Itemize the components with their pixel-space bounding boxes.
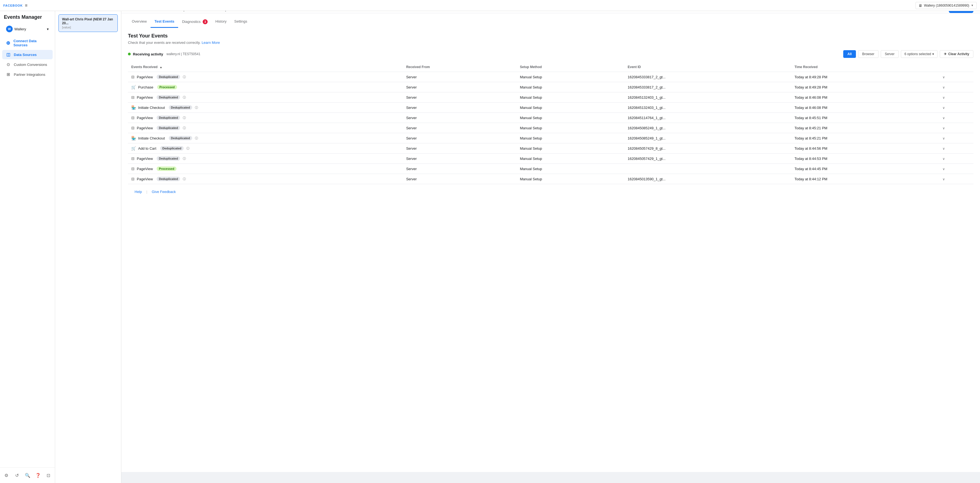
expand-arrow-2[interactable]: ∨ bbox=[942, 96, 945, 100]
sidebar-data-sources-label: Data Sources bbox=[14, 52, 37, 57]
info-icon[interactable]: ⓘ bbox=[183, 177, 186, 181]
activity-status: Receiving activity wallery.nl | TEST5054… bbox=[128, 52, 200, 56]
filter-browser-button[interactable]: Browser bbox=[858, 50, 878, 58]
col-event-id: Event ID bbox=[624, 62, 791, 72]
event-name-cell-2: ⊟ PageView Deduplicated ⓘ bbox=[128, 92, 403, 103]
tab-diagnostics[interactable]: Diagnostics 3 bbox=[178, 16, 212, 28]
account-selector[interactable]: 🖥 Wallery (18600590141589990) ▼ bbox=[915, 2, 977, 9]
table-row[interactable]: ⊟ PageView Deduplicated ⓘ Server Manual … bbox=[128, 123, 974, 133]
tab-history[interactable]: History bbox=[212, 16, 230, 28]
expand-arrow-8[interactable]: ∨ bbox=[942, 157, 945, 161]
table-row[interactable]: 🏪 Initiate Checkout Deduplicated ⓘ Serve… bbox=[128, 103, 974, 113]
table-row[interactable]: ⊟ PageView Deduplicated ⓘ Server Manual … bbox=[128, 174, 974, 184]
info-icon[interactable]: ⓘ bbox=[195, 136, 198, 140]
expand-arrow-3[interactable]: ∨ bbox=[942, 106, 945, 110]
hamburger-icon[interactable]: ≡ bbox=[25, 3, 27, 8]
received-from-4: Server bbox=[403, 113, 517, 123]
expand-arrow-1[interactable]: ∨ bbox=[942, 86, 945, 89]
give-feedback-link[interactable]: Give Feedback bbox=[152, 190, 176, 194]
table-row[interactable]: 🛒 Purchase Processed Server Manual Setup… bbox=[128, 82, 974, 92]
event-name-2: PageView bbox=[137, 95, 153, 100]
clear-activity-button[interactable]: ✈ Clear Activity bbox=[940, 50, 974, 58]
sidebar-item-data-sources[interactable]: ◫ Data Sources bbox=[2, 50, 52, 59]
expand-arrow-10[interactable]: ∨ bbox=[942, 177, 945, 181]
table-row[interactable]: ⊟ PageView Deduplicated ⓘ Server Manual … bbox=[128, 154, 974, 164]
event-name-4: PageView bbox=[137, 116, 153, 120]
event-badge-7: Deduplicated bbox=[160, 146, 184, 151]
sort-icon[interactable]: ▲ bbox=[160, 66, 162, 68]
event-icon-0: ⊟ bbox=[131, 75, 135, 79]
info-icon[interactable]: ⓘ bbox=[183, 116, 186, 120]
setup-method-5: Manual Setup bbox=[517, 123, 625, 133]
expand-arrow-7[interactable]: ∨ bbox=[942, 147, 945, 151]
expand-cell-5: ∨ bbox=[939, 123, 974, 133]
event-name-cell-6: 🏪 Initiate Checkout Deduplicated ⓘ bbox=[128, 133, 403, 143]
table-row[interactable]: 🏪 Initiate Checkout Deduplicated ⓘ Serve… bbox=[128, 133, 974, 143]
event-name-cell-0: ⊟ PageView Deduplicated ⓘ bbox=[128, 72, 403, 82]
time-received-9: Today at 8:44:45 PM bbox=[791, 164, 939, 174]
help-icon[interactable]: ❓ bbox=[34, 471, 42, 472]
search-icon[interactable]: 🔍 bbox=[23, 471, 32, 472]
tab-overview[interactable]: Overview bbox=[128, 16, 151, 28]
info-icon[interactable]: ⓘ bbox=[183, 95, 186, 100]
info-icon[interactable]: ⓘ bbox=[186, 146, 189, 151]
info-icon[interactable]: ⓘ bbox=[183, 157, 186, 161]
event-icon-6: 🏪 bbox=[131, 136, 136, 140]
event-badge-1: Processed bbox=[157, 85, 177, 89]
info-icon[interactable]: ⓘ bbox=[183, 126, 186, 130]
event-icon-2: ⊟ bbox=[131, 95, 135, 100]
time-received-2: Today at 8:46:08 PM bbox=[791, 92, 939, 103]
sidebar-item-custom-conversions[interactable]: ⊙ Custom Conversions bbox=[2, 60, 52, 69]
expand-cell-8: ∨ bbox=[939, 154, 974, 164]
partner-integrations-icon: ⊞ bbox=[5, 72, 11, 77]
sidebar-item-connect[interactable]: ⊕ Connect Data Sources bbox=[2, 37, 52, 49]
setup-method-6: Manual Setup bbox=[517, 133, 625, 143]
learn-more-link[interactable]: Learn More bbox=[202, 41, 220, 44]
info-icon[interactable]: ⓘ bbox=[195, 106, 198, 110]
event-icon-4: ⊟ bbox=[131, 116, 135, 120]
table-row[interactable]: ⊟ PageView Deduplicated ⓘ Server Manual … bbox=[128, 72, 974, 82]
expand-arrow-4[interactable]: ∨ bbox=[942, 116, 945, 120]
expand-cell-6: ∨ bbox=[939, 133, 974, 143]
received-from-8: Server bbox=[403, 154, 517, 164]
event-icon-7: 🛒 bbox=[131, 146, 136, 151]
menu-icon[interactable]: ⊡ bbox=[45, 471, 52, 472]
help-link[interactable]: Help bbox=[135, 190, 142, 194]
tab-test-events[interactable]: Test Events bbox=[151, 16, 178, 28]
table-row[interactable]: ⊟ PageView Processed Server Manual Setup… bbox=[128, 164, 974, 174]
history-icon[interactable]: ↺ bbox=[13, 471, 21, 472]
event-badge-10: Deduplicated bbox=[157, 177, 180, 181]
col-events-received: Events Received ▲ bbox=[128, 62, 403, 72]
tab-settings[interactable]: Settings bbox=[230, 16, 251, 28]
table-row[interactable]: ⊟ PageView Deduplicated ⓘ Server Manual … bbox=[128, 113, 974, 123]
event-name-6: Initiate Checkout bbox=[138, 136, 165, 140]
tab-overview-label: Overview bbox=[132, 19, 147, 24]
event-id-7: 1620845057429_8_gt... bbox=[624, 143, 791, 154]
pixel-list-item[interactable]: Wall-art Chris Pixel (NEW 27 Jan 20... [… bbox=[59, 14, 118, 32]
options-dropdown[interactable]: 6 options selected ▾ bbox=[901, 50, 937, 58]
sidebar-item-partner-integrations[interactable]: ⊞ Partner Integrations bbox=[2, 70, 52, 79]
sidebar-account[interactable]: W Wallery ▾ bbox=[2, 24, 52, 35]
filter-bar: All Browser Server 6 options selected ▾ … bbox=[843, 50, 974, 58]
event-badge-5: Deduplicated bbox=[157, 126, 180, 130]
filter-all-button[interactable]: All bbox=[843, 50, 856, 58]
expand-arrow-9[interactable]: ∨ bbox=[942, 167, 945, 171]
info-icon[interactable]: ⓘ bbox=[183, 75, 186, 79]
sidebar-header: Events Manager bbox=[0, 11, 55, 22]
event-name-9: PageView bbox=[137, 167, 153, 171]
expand-arrow-0[interactable]: ∨ bbox=[942, 75, 945, 79]
col-expand bbox=[939, 62, 974, 72]
tab-diagnostics-label: Diagnostics bbox=[182, 19, 200, 24]
time-received-7: Today at 8:44:56 PM bbox=[791, 143, 939, 154]
time-received-5: Today at 8:45:21 PM bbox=[791, 123, 939, 133]
table-row[interactable]: 🛒 Add to Cart Deduplicated ⓘ Server Manu… bbox=[128, 143, 974, 154]
expand-arrow-5[interactable]: ∨ bbox=[942, 126, 945, 130]
expand-cell-4: ∨ bbox=[939, 113, 974, 123]
event-icon-1: 🛒 bbox=[131, 85, 136, 89]
expand-arrow-6[interactable]: ∨ bbox=[942, 137, 945, 140]
settings-icon[interactable]: ⚙ bbox=[2, 471, 11, 472]
event-name-0: PageView bbox=[137, 75, 153, 79]
filter-server-button[interactable]: Server bbox=[881, 50, 899, 58]
event-badge-0: Deduplicated bbox=[157, 75, 180, 79]
table-row[interactable]: ⊟ PageView Deduplicated ⓘ Server Manual … bbox=[128, 92, 974, 103]
